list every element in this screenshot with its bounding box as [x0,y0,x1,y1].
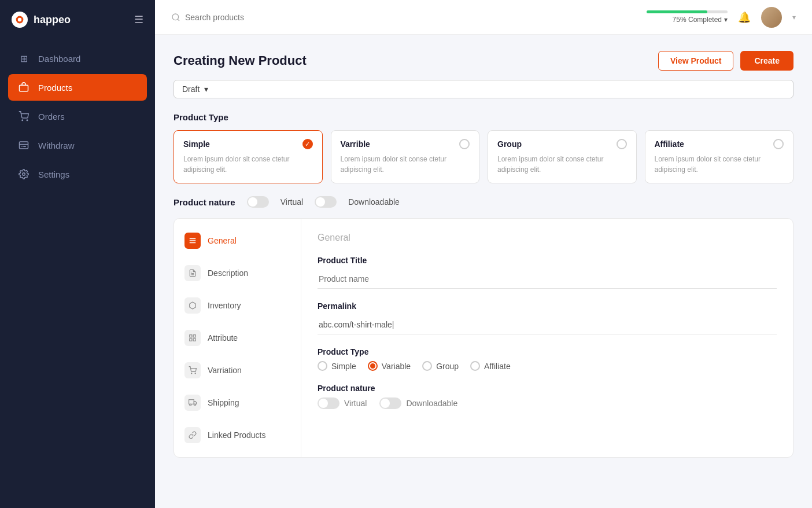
type-card-header-simple: Simple ✓ [183,139,313,149]
panel-nav-attribute[interactable]: Attribute [174,322,301,354]
sidebar-header: happeo ☰ [0,0,155,39]
right-panel: General Product Title Permalink Product … [301,219,793,457]
nature-downloadable: Downloadable [379,397,457,409]
radio-dot-variable [368,361,378,371]
permalink-input[interactable] [318,315,777,334]
product-type-section-label: Product Type [174,112,793,122]
right-panel-title: General [318,233,777,243]
downloadable-toggle[interactable] [315,196,337,208]
type-card-varrible[interactable]: Varrible Lorem ipsum dolor sit conse cte… [331,130,480,183]
svg-point-17 [191,373,192,374]
app-name: happeo [34,14,71,26]
radio-label-variable: Variable [382,362,411,371]
attribute-nav-icon [184,330,201,346]
type-card-affiliate[interactable]: Affiliate Lorem ipsum dolor sit conse ct… [645,130,794,183]
product-nature-row: Product nature Virtual Downloadable [174,196,793,208]
svg-point-7 [172,14,179,20]
search-icon [171,13,180,22]
type-card-group[interactable]: Group Lorem ipsum dolor sit conse ctetur… [488,130,637,183]
description-nav-icon [184,265,201,281]
downloadable-toggle-panel[interactable] [379,397,401,409]
svg-point-1 [18,18,21,21]
withdraw-icon [17,139,30,152]
sidebar-item-withdraw[interactable]: Withdraw [8,132,147,159]
radio-variable[interactable]: Variable [368,361,411,371]
avatar-chevron-icon[interactable]: ▾ [792,13,796,21]
type-card-simple[interactable]: Simple ✓ Lorem ipsum dolor sit conse cte… [174,130,323,183]
sidebar-nav: ⊞ Dashboard Products Orders Withdraw S [0,39,155,193]
dashboard-icon: ⊞ [17,52,30,65]
type-card-name-simple: Simple [183,139,210,149]
progress-area: 75% Completed ▾ [647,10,728,24]
svg-point-21 [190,404,191,406]
type-card-desc-simple: Lorem ipsum dolor sit conse ctetur adipi… [183,154,313,175]
product-nature-label: Product nature [174,197,235,207]
search-area [171,13,637,22]
svg-rect-15 [193,338,195,341]
radio-dot-affiliate [470,361,480,371]
page-header: Creating New Product View Product Create [174,51,793,71]
draft-dropdown[interactable]: Draft ▾ [174,80,793,98]
radio-dot-simple [318,361,327,371]
sidebar-item-dashboard[interactable]: ⊞ Dashboard [8,45,147,72]
panel-nav-description[interactable]: Description [174,257,301,289]
product-type-grid: Simple ✓ Lorem ipsum dolor sit conse cte… [174,130,793,183]
avatar-image [761,7,782,28]
radio-affiliate[interactable]: Affiliate [470,361,511,371]
panel-nav-label-inventory: Inventory [208,301,241,310]
chevron-down-icon: ▾ [724,16,728,24]
product-title-input[interactable] [318,270,777,289]
sidebar-item-products[interactable]: Products [8,74,147,101]
svg-point-4 [27,120,28,121]
panel-nav-label-general: General [208,236,237,245]
svg-marker-20 [194,402,196,404]
virtual-toggle[interactable] [247,196,269,208]
products-icon [17,81,30,94]
type-card-header-group: Group [497,139,627,149]
panel-nav-linked-products[interactable]: Linked Products [174,419,301,451]
product-type-label: Product Type [318,347,777,356]
radio-check-simple: ✓ [302,139,313,149]
progress-bar-container [647,10,728,13]
page-content: Creating New Product View Product Create… [155,35,812,508]
radio-dot-group [422,361,432,371]
product-title-label: Product Title [318,256,777,265]
virtual-toggle-label: Virtual [344,399,367,408]
page-title: Creating New Product [174,53,307,68]
svg-rect-14 [193,335,195,337]
radio-label-simple: Simple [331,362,356,371]
nature-virtual: Virtual [318,397,367,409]
draft-chevron-icon: ▾ [204,84,208,94]
sidebar: happeo ☰ ⊞ Dashboard Products Orders Wit… [0,0,155,508]
left-panel: General Description Inventory [174,219,301,457]
sidebar-item-orders[interactable]: Orders [8,103,147,130]
radio-group[interactable]: Group [422,361,459,371]
panel-nav-shipping[interactable]: Shipping [174,386,301,419]
header-buttons: View Product Create [658,51,793,71]
virtual-label: Virtual [280,197,303,207]
radio-outer-varrible [459,139,470,149]
menu-icon[interactable]: ☰ [134,13,143,26]
type-card-header-varrible: Varrible [341,139,470,149]
panel-nav-inventory[interactable]: Inventory [174,289,301,322]
radio-label-affiliate: Affiliate [484,362,511,371]
panel-nav-label-shipping: Shipping [208,398,239,407]
radio-simple[interactable]: Simple [318,361,356,371]
avatar[interactable] [761,7,782,28]
view-product-button[interactable]: View Product [658,51,733,71]
progress-bar-fill [647,10,707,13]
create-button[interactable]: Create [740,51,793,71]
search-input[interactable] [185,13,312,22]
panel-nav-general[interactable]: General [174,224,301,257]
sidebar-item-settings[interactable]: Settings [8,161,147,187]
svg-rect-2 [20,85,28,91]
virtual-toggle-panel[interactable] [318,397,339,409]
panel-nav-varriation[interactable]: Varriation [174,354,301,386]
panel-nav-label-linked-products: Linked Products [208,430,265,440]
bell-icon[interactable]: 🔔 [738,11,751,24]
product-nature-section-label: Product nature [318,384,777,393]
progress-label: 75% Completed ▾ [673,16,728,24]
varriation-nav-icon [184,362,201,378]
downloadable-label: Downloadable [348,197,400,207]
two-panel: General Description Inventory [174,218,793,458]
